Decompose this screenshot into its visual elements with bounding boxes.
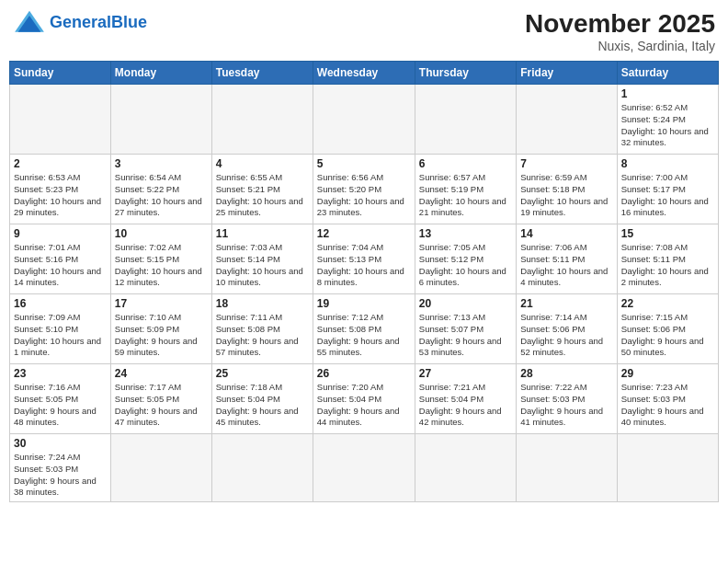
day-cell: 18Sunrise: 7:11 AM Sunset: 5:08 PM Dayli… <box>211 294 313 364</box>
day-number: 24 <box>115 367 208 380</box>
day-number: 10 <box>115 227 208 240</box>
day-number: 18 <box>216 297 309 310</box>
day-cell: 8Sunrise: 7:00 AM Sunset: 5:17 PM Daylig… <box>617 155 718 224</box>
day-cell <box>10 85 111 155</box>
day-cell <box>110 434 211 502</box>
calendar: SundayMondayTuesdayWednesdayThursdayFrid… <box>9 61 719 502</box>
day-info: Sunrise: 7:17 AM Sunset: 5:05 PM Dayligh… <box>115 382 208 429</box>
day-info: Sunrise: 7:02 AM Sunset: 5:15 PM Dayligh… <box>115 242 208 289</box>
week-row-1: 2Sunrise: 6:53 AM Sunset: 5:23 PM Daylig… <box>10 155 719 224</box>
weekday-header-sunday: Sunday <box>10 62 111 85</box>
day-cell <box>617 434 718 502</box>
day-number: 21 <box>520 297 612 310</box>
day-cell <box>313 434 415 502</box>
day-number: 27 <box>419 367 512 380</box>
header: GeneralBlue November 2025 Nuxis, Sardini… <box>9 9 719 53</box>
logo: GeneralBlue <box>13 9 147 37</box>
day-number: 26 <box>317 367 411 380</box>
day-cell: 7Sunrise: 6:59 AM Sunset: 5:18 PM Daylig… <box>517 155 617 224</box>
week-row-5: 30Sunrise: 7:24 AM Sunset: 5:03 PM Dayli… <box>10 434 719 502</box>
day-cell: 3Sunrise: 6:54 AM Sunset: 5:22 PM Daylig… <box>110 155 211 224</box>
day-cell: 5Sunrise: 6:56 AM Sunset: 5:20 PM Daylig… <box>313 155 415 224</box>
day-info: Sunrise: 7:20 AM Sunset: 5:04 PM Dayligh… <box>317 382 411 429</box>
day-cell: 13Sunrise: 7:05 AM Sunset: 5:12 PM Dayli… <box>415 224 516 294</box>
day-info: Sunrise: 7:15 AM Sunset: 5:06 PM Dayligh… <box>621 312 714 359</box>
day-info: Sunrise: 6:57 AM Sunset: 5:19 PM Dayligh… <box>419 172 512 219</box>
logo-blue: Blue <box>111 13 147 31</box>
day-number: 17 <box>115 297 208 310</box>
weekday-header-tuesday: Tuesday <box>211 62 313 85</box>
day-number: 13 <box>419 227 512 240</box>
day-number: 28 <box>520 367 612 380</box>
day-number: 7 <box>520 157 612 170</box>
day-number: 9 <box>14 227 107 240</box>
day-cell: 16Sunrise: 7:09 AM Sunset: 5:10 PM Dayli… <box>10 294 111 364</box>
day-cell <box>517 85 617 155</box>
day-cell: 19Sunrise: 7:12 AM Sunset: 5:08 PM Dayli… <box>313 294 415 364</box>
day-info: Sunrise: 7:13 AM Sunset: 5:07 PM Dayligh… <box>419 312 512 359</box>
day-info: Sunrise: 7:11 AM Sunset: 5:08 PM Dayligh… <box>216 312 309 359</box>
day-info: Sunrise: 7:01 AM Sunset: 5:16 PM Dayligh… <box>14 242 107 289</box>
day-cell: 11Sunrise: 7:03 AM Sunset: 5:14 PM Dayli… <box>211 224 313 294</box>
day-info: Sunrise: 7:08 AM Sunset: 5:11 PM Dayligh… <box>621 242 714 289</box>
day-number: 23 <box>14 367 107 380</box>
day-cell: 29Sunrise: 7:23 AM Sunset: 5:03 PM Dayli… <box>617 364 718 434</box>
location: Nuxis, Sardinia, Italy <box>525 39 715 53</box>
day-info: Sunrise: 7:18 AM Sunset: 5:04 PM Dayligh… <box>216 382 309 429</box>
day-number: 8 <box>621 157 714 170</box>
day-info: Sunrise: 6:52 AM Sunset: 5:24 PM Dayligh… <box>621 102 714 149</box>
day-info: Sunrise: 6:55 AM Sunset: 5:21 PM Dayligh… <box>216 172 309 219</box>
day-cell: 21Sunrise: 7:14 AM Sunset: 5:06 PM Dayli… <box>517 294 617 364</box>
day-number: 3 <box>115 157 208 170</box>
day-cell: 25Sunrise: 7:18 AM Sunset: 5:04 PM Dayli… <box>211 364 313 434</box>
day-number: 4 <box>216 157 309 170</box>
day-cell: 15Sunrise: 7:08 AM Sunset: 5:11 PM Dayli… <box>617 224 718 294</box>
day-cell <box>313 85 415 155</box>
weekday-header-monday: Monday <box>110 62 211 85</box>
day-cell: 1Sunrise: 6:52 AM Sunset: 5:24 PM Daylig… <box>617 85 718 155</box>
day-number: 15 <box>621 227 714 240</box>
week-row-0: 1Sunrise: 6:52 AM Sunset: 5:24 PM Daylig… <box>10 85 719 155</box>
day-cell: 23Sunrise: 7:16 AM Sunset: 5:05 PM Dayli… <box>10 364 111 434</box>
day-cell: 17Sunrise: 7:10 AM Sunset: 5:09 PM Dayli… <box>110 294 211 364</box>
day-info: Sunrise: 7:12 AM Sunset: 5:08 PM Dayligh… <box>317 312 411 359</box>
day-cell: 26Sunrise: 7:20 AM Sunset: 5:04 PM Dayli… <box>313 364 415 434</box>
day-info: Sunrise: 7:14 AM Sunset: 5:06 PM Dayligh… <box>520 312 612 359</box>
week-row-4: 23Sunrise: 7:16 AM Sunset: 5:05 PM Dayli… <box>10 364 719 434</box>
day-cell <box>517 434 617 502</box>
day-info: Sunrise: 7:24 AM Sunset: 5:03 PM Dayligh… <box>14 452 107 499</box>
logo-general: General <box>50 13 111 31</box>
day-number: 2 <box>14 157 107 170</box>
day-cell: 9Sunrise: 7:01 AM Sunset: 5:16 PM Daylig… <box>10 224 111 294</box>
day-info: Sunrise: 6:56 AM Sunset: 5:20 PM Dayligh… <box>317 172 411 219</box>
day-cell: 6Sunrise: 6:57 AM Sunset: 5:19 PM Daylig… <box>415 155 516 224</box>
day-info: Sunrise: 7:21 AM Sunset: 5:04 PM Dayligh… <box>419 382 512 429</box>
day-cell: 14Sunrise: 7:06 AM Sunset: 5:11 PM Dayli… <box>517 224 617 294</box>
day-cell <box>110 85 211 155</box>
day-number: 11 <box>216 227 309 240</box>
day-cell <box>211 434 313 502</box>
day-info: Sunrise: 7:10 AM Sunset: 5:09 PM Dayligh… <box>115 312 208 359</box>
page: GeneralBlue November 2025 Nuxis, Sardini… <box>0 0 728 563</box>
day-info: Sunrise: 7:03 AM Sunset: 5:14 PM Dayligh… <box>216 242 309 289</box>
day-number: 14 <box>520 227 612 240</box>
day-number: 25 <box>216 367 309 380</box>
day-info: Sunrise: 7:23 AM Sunset: 5:03 PM Dayligh… <box>621 382 714 429</box>
day-cell: 27Sunrise: 7:21 AM Sunset: 5:04 PM Dayli… <box>415 364 516 434</box>
day-info: Sunrise: 7:16 AM Sunset: 5:05 PM Dayligh… <box>14 382 107 429</box>
day-info: Sunrise: 7:04 AM Sunset: 5:13 PM Dayligh… <box>317 242 411 289</box>
day-cell: 30Sunrise: 7:24 AM Sunset: 5:03 PM Dayli… <box>10 434 111 502</box>
day-cell: 4Sunrise: 6:55 AM Sunset: 5:21 PM Daylig… <box>211 155 313 224</box>
day-cell: 10Sunrise: 7:02 AM Sunset: 5:15 PM Dayli… <box>110 224 211 294</box>
day-cell: 24Sunrise: 7:17 AM Sunset: 5:05 PM Dayli… <box>110 364 211 434</box>
day-cell: 22Sunrise: 7:15 AM Sunset: 5:06 PM Dayli… <box>617 294 718 364</box>
day-info: Sunrise: 7:09 AM Sunset: 5:10 PM Dayligh… <box>14 312 107 359</box>
day-number: 12 <box>317 227 411 240</box>
day-cell: 12Sunrise: 7:04 AM Sunset: 5:13 PM Dayli… <box>313 224 415 294</box>
day-cell: 20Sunrise: 7:13 AM Sunset: 5:07 PM Dayli… <box>415 294 516 364</box>
week-row-2: 9Sunrise: 7:01 AM Sunset: 5:16 PM Daylig… <box>10 224 719 294</box>
day-number: 22 <box>621 297 714 310</box>
day-info: Sunrise: 6:59 AM Sunset: 5:18 PM Dayligh… <box>520 172 612 219</box>
day-info: Sunrise: 7:00 AM Sunset: 5:17 PM Dayligh… <box>621 172 714 219</box>
logo-icon <box>13 9 46 37</box>
